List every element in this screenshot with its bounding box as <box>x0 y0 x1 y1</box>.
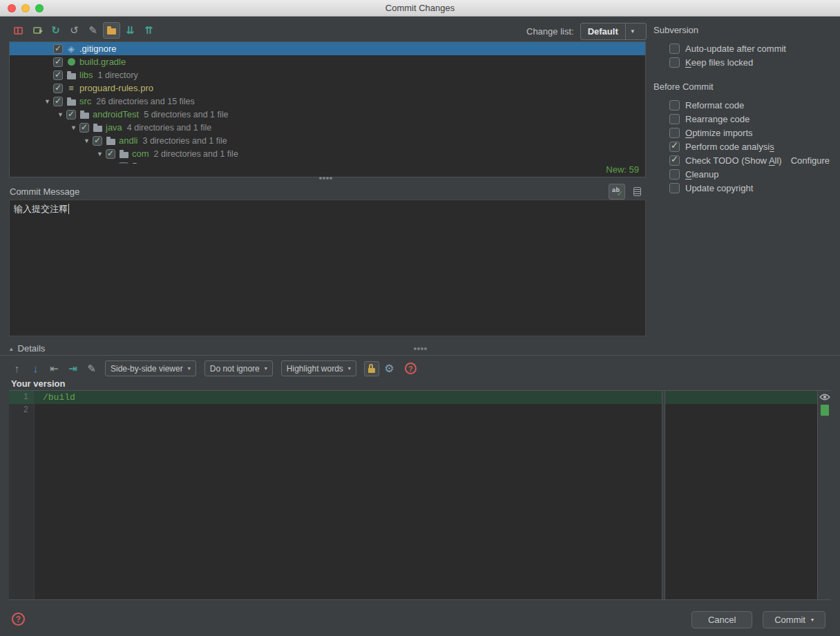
diff-settings-icon[interactable]: ⚙ <box>381 360 398 377</box>
checkbox-row-keep-files-locked[interactable]: Keep files locked <box>669 55 838 69</box>
tree-row-clipped[interactable]: ▼ <box>10 160 645 164</box>
checkbox[interactable] <box>669 114 680 124</box>
row-checkbox[interactable] <box>93 136 102 146</box>
previous-difference-icon[interactable]: ↑ <box>8 360 26 377</box>
row-checkbox[interactable] <box>53 44 63 54</box>
folder-count: 5 directories and 1 file <box>144 110 228 119</box>
checkbox-row-reformat-code[interactable]: Reformat code <box>669 98 838 112</box>
cancel-label: Cancel <box>708 615 736 625</box>
help-icon[interactable]: ? <box>12 613 25 626</box>
row-checkbox[interactable] <box>119 162 128 164</box>
collapse-arrow[interactable]: ▼ <box>94 151 106 157</box>
minimize-button[interactable] <box>21 4 30 12</box>
tree-row-libs[interactable]: libs 1 directory <box>10 68 645 81</box>
commit-dropdown-arrow[interactable]: ▾ <box>811 617 814 623</box>
checkbox[interactable] <box>669 183 680 193</box>
row-checkbox[interactable] <box>53 97 63 106</box>
next-difference-icon[interactable]: ↓ <box>27 360 44 377</box>
zoom-button[interactable] <box>35 4 44 12</box>
diff-help-icon[interactable]: ? <box>405 363 417 374</box>
diff-editor[interactable]: 1 2 /build <box>9 390 831 600</box>
tree-row-build-gradle[interactable]: build.gradle <box>10 55 645 68</box>
rollback-icon[interactable]: ↺ <box>66 22 83 39</box>
tree-row-androidtest[interactable]: ▼ androidTest 5 directories and 1 file <box>10 108 645 121</box>
checkbox[interactable] <box>669 128 680 138</box>
tree-row-java[interactable]: ▼ java 4 directories and 1 file <box>10 121 645 134</box>
change-marker[interactable] <box>821 405 829 416</box>
close-button[interactable] <box>8 4 16 12</box>
refresh-changes-icon[interactable]: ↻ <box>47 22 64 39</box>
tree-row-src[interactable]: ▼ src 26 directories and 15 files <box>10 95 645 108</box>
commit-message-text: 输入提交注釋 <box>14 204 68 214</box>
code-pane-right[interactable] <box>665 391 817 599</box>
checkbox-row-optimize-imports[interactable]: Optimize imports <box>669 126 838 139</box>
checkbox[interactable] <box>669 44 680 54</box>
checkbox[interactable] <box>669 100 680 110</box>
viewer-mode-select[interactable]: Side-by-side viewer ▾ <box>105 360 196 376</box>
tree-row-com[interactable]: ▼ com 2 directories and 1 file <box>10 147 645 160</box>
code-pane-left[interactable]: /build <box>35 391 662 599</box>
collapse-arrow[interactable]: ▼ <box>107 164 119 164</box>
read-only-lock-icon[interactable] <box>364 361 379 376</box>
window-titlebar: Commit Changes <box>0 0 840 17</box>
commit-message-input[interactable]: 输入提交注釋 <box>9 200 646 336</box>
changes-tree[interactable]: ◈ .gitignore build.gradle libs 1 directo… <box>9 41 646 177</box>
checkbox[interactable] <box>669 142 680 152</box>
inspections-eye-icon[interactable] <box>819 393 830 402</box>
checkbox-row-auto-update[interactable]: Auto-update after commit <box>669 41 838 55</box>
move-to-another-changelist-icon[interactable] <box>28 22 46 39</box>
checkbox-row-cleanup[interactable]: Cleanup <box>669 167 838 181</box>
checkbox[interactable] <box>669 155 680 166</box>
tree-row-proguard-rules[interactable]: ≡ proguard-rules.pro <box>10 81 645 95</box>
commit-label: Commit <box>774 615 805 625</box>
show-diff-icon[interactable] <box>10 22 27 39</box>
diff-panes-icon <box>14 27 23 35</box>
collapse-arrow[interactable]: ▼ <box>81 137 93 144</box>
checkbox-row-perform-code-analysis[interactable]: Perform code analysis <box>669 139 838 153</box>
collapse-arrow[interactable]: ▼ <box>55 111 66 118</box>
row-checkbox[interactable] <box>106 149 115 159</box>
checkbox-row-update-copyright[interactable]: Update copyright <box>669 181 838 195</box>
text-file-icon: ≡ <box>66 84 77 93</box>
dialog-buttons: Cancel Commit ▾ <box>691 611 825 628</box>
error-stripe[interactable] <box>817 391 831 599</box>
row-checkbox[interactable] <box>53 70 63 80</box>
folder-shape <box>80 113 89 119</box>
chevron-down-icon[interactable]: ▾ <box>625 23 640 39</box>
jump-to-first-icon[interactable]: ⇤ <box>46 360 63 377</box>
spellcheck-icon[interactable]: ab ✓ <box>609 184 625 200</box>
expand-all-icon[interactable]: ⇊ <box>122 22 139 39</box>
document-icon <box>633 187 641 196</box>
collapse-arrow[interactable]: ▼ <box>68 124 79 131</box>
change-list-combobox[interactable]: Default ▾ <box>580 23 647 40</box>
edit-source-icon[interactable]: ✎ <box>84 22 102 39</box>
cancel-button[interactable]: Cancel <box>691 611 752 628</box>
row-checkbox[interactable] <box>79 123 89 133</box>
commit-message-history-icon[interactable] <box>629 183 646 200</box>
row-checkbox[interactable] <box>53 57 63 67</box>
row-checkbox[interactable] <box>53 84 63 93</box>
highlight-mode-select[interactable]: Highlight words ▾ <box>281 360 356 376</box>
checkbox-row-rearrange-code[interactable]: Rearrange code <box>669 112 838 126</box>
tree-row-gitignore[interactable]: ◈ .gitignore <box>10 42 645 55</box>
row-checkbox[interactable] <box>66 110 76 119</box>
group-by-directory-icon[interactable] <box>103 22 120 39</box>
commit-options-panel: Subversion Auto-update after commit Keep… <box>653 25 838 195</box>
commit-button[interactable]: Commit ▾ <box>763 611 825 628</box>
collapse-all-icon[interactable]: ⇈ <box>140 22 158 39</box>
checkbox[interactable] <box>669 57 680 68</box>
splitter-handle[interactable] <box>319 177 322 180</box>
configure-link[interactable]: Configure <box>791 155 830 166</box>
checkbox[interactable] <box>669 169 680 180</box>
collapse-arrow[interactable]: ▼ <box>41 98 53 105</box>
gradle-file-icon <box>66 58 77 66</box>
details-header[interactable]: ▴ Details <box>10 343 45 354</box>
edit-file-icon[interactable]: ✎ <box>83 360 100 377</box>
collapse-triangle-icon[interactable]: ▴ <box>10 345 13 352</box>
whitespace-ignore-select[interactable]: Do not ignore ▾ <box>204 360 273 376</box>
checkbox-row-check-todo[interactable]: Check TODO (Show All) Configure <box>669 153 838 167</box>
jump-to-last-icon[interactable]: ⇥ <box>64 360 82 377</box>
tree-row-andli[interactable]: ▼ andli 3 directories and 1 file <box>10 134 645 147</box>
folder-name: andli <box>119 135 137 146</box>
splitter-handle[interactable] <box>414 347 417 350</box>
